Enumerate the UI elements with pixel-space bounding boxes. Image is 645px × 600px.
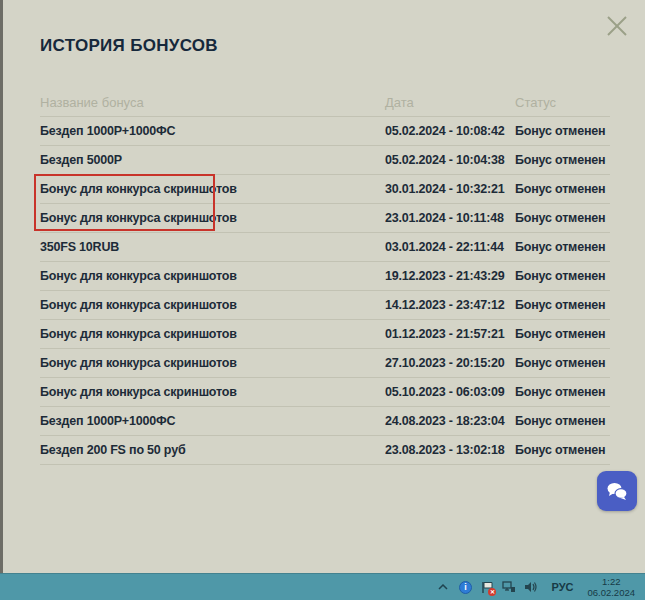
bonus-name: Бонус для конкурса скриншотов <box>40 356 385 370</box>
bonus-name: Бонус для конкурса скриншотов <box>40 327 385 341</box>
bonus-date: 05.02.2024 - 10:08:42 <box>385 124 515 138</box>
security-alert-badge: ✕ <box>488 588 496 596</box>
network-icon[interactable] <box>501 579 517 595</box>
status-badge: Бонус отменен <box>515 385 610 399</box>
bonus-name: Бонус для конкурса скриншотов <box>40 269 385 283</box>
clock-date: 06.02.2024 <box>587 587 635 598</box>
table-body: Бездеп 1000Р+1000ФС 05.02.2024 - 10:08:4… <box>40 117 610 465</box>
bonus-date: 24.08.2023 - 18:23:04 <box>385 414 515 428</box>
table-row: Бездеп 1000Р+1000ФС 05.02.2024 - 10:08:4… <box>40 117 610 146</box>
status-badge: Бонус отменен <box>515 182 610 196</box>
security-flag-icon[interactable]: ✕ <box>479 579 495 595</box>
bonus-name: Бездеп 5000Р <box>40 153 385 167</box>
table-row: Бездеп 5000Р 05.02.2024 - 10:04:38 Бонус… <box>40 146 610 175</box>
volume-icon[interactable] <box>523 579 539 595</box>
system-tray: i ✕ РУС 1:22 <box>435 576 641 598</box>
bonus-name: Бонус для конкурса скриншотов <box>40 211 385 225</box>
bonus-name: Бездеп 1000Р+1000ФС <box>40 124 385 138</box>
table-header-row: Название бонуса Дата Статус <box>40 88 610 117</box>
language-indicator[interactable]: РУС <box>545 581 579 593</box>
status-badge: Бонус отменен <box>515 356 610 370</box>
chat-widget-button[interactable] <box>597 471 637 511</box>
column-header-date: Дата <box>385 95 515 110</box>
bonus-name: Бонус для конкурса скриншотов <box>40 182 385 196</box>
table-row: Бонус для конкурса скриншотов 27.10.2023… <box>40 349 610 378</box>
column-header-status: Статус <box>515 95 610 110</box>
bonus-name: Бездеп 200 FS по 50 руб <box>40 443 385 457</box>
tray-app-icon[interactable]: i <box>457 579 473 595</box>
table-row: 350FS 10RUB 03.01.2024 - 22:11:44 Бонус … <box>40 233 610 262</box>
chevron-up-icon[interactable] <box>435 579 451 595</box>
table-row: Бонус для конкурса скриншотов 30.01.2024… <box>40 175 610 204</box>
bonus-date: 19.12.2023 - 21:43:29 <box>385 269 515 283</box>
status-badge: Бонус отменен <box>515 153 610 167</box>
bonus-date: 03.01.2024 - 22:11:44 <box>385 240 515 254</box>
status-badge: Бонус отменен <box>515 443 610 457</box>
status-badge: Бонус отменен <box>515 298 610 312</box>
status-badge: Бонус отменен <box>515 327 610 341</box>
taskbar-clock[interactable]: 1:22 06.02.2024 <box>585 576 641 598</box>
bonus-name: 350FS 10RUB <box>40 240 385 254</box>
bonus-history-modal: ИСТОРИЯ БОНУСОВ Название бонуса Дата Ста… <box>3 0 645 573</box>
chat-bubbles-icon <box>605 481 629 501</box>
status-badge: Бонус отменен <box>515 240 610 254</box>
bonus-date: 23.08.2023 - 13:02:18 <box>385 443 515 457</box>
close-icon[interactable] <box>599 8 635 44</box>
bonus-date: 23.01.2024 - 10:11:48 <box>385 211 515 225</box>
bonus-date: 05.10.2023 - 06:03:09 <box>385 385 515 399</box>
status-badge: Бонус отменен <box>515 211 610 225</box>
table-row: Бонус для конкурса скриншотов 05.10.2023… <box>40 378 610 407</box>
bonus-date: 30.01.2024 - 10:32:21 <box>385 182 515 196</box>
bonus-date: 14.12.2023 - 23:47:12 <box>385 298 515 312</box>
table-row: Бонус для конкурса скриншотов 23.01.2024… <box>40 204 610 233</box>
table-row: Бонус для конкурса скриншотов 19.12.2023… <box>40 262 610 291</box>
modal-title: ИСТОРИЯ БОНУСОВ <box>40 36 218 56</box>
table-row: Бездеп 1000Р+1000ФС 24.08.2023 - 18:23:0… <box>40 407 610 436</box>
status-badge: Бонус отменен <box>515 124 610 138</box>
status-badge: Бонус отменен <box>515 414 610 428</box>
bonus-date: 05.02.2024 - 10:04:38 <box>385 153 515 167</box>
table-row: Бонус для конкурса скриншотов 01.12.2023… <box>40 320 610 349</box>
taskbar[interactable]: i ✕ РУС 1:22 <box>0 573 645 600</box>
bonus-history-table: Название бонуса Дата Статус Бездеп 1000Р… <box>40 88 610 465</box>
bonus-date: 01.12.2023 - 21:57:21 <box>385 327 515 341</box>
column-header-name: Название бонуса <box>40 95 385 110</box>
status-badge: Бонус отменен <box>515 269 610 283</box>
clock-time: 1:22 <box>587 576 635 587</box>
bonus-name: Бонус для конкурса скриншотов <box>40 298 385 312</box>
table-row: Бонус для конкурса скриншотов 14.12.2023… <box>40 291 610 320</box>
bonus-date: 27.10.2023 - 20:15:20 <box>385 356 515 370</box>
bonus-name: Бездеп 1000Р+1000ФС <box>40 414 385 428</box>
bonus-name: Бонус для конкурса скриншотов <box>40 385 385 399</box>
app-circle-icon: i <box>459 581 472 594</box>
table-row: Бездеп 200 FS по 50 руб 23.08.2023 - 13:… <box>40 436 610 465</box>
